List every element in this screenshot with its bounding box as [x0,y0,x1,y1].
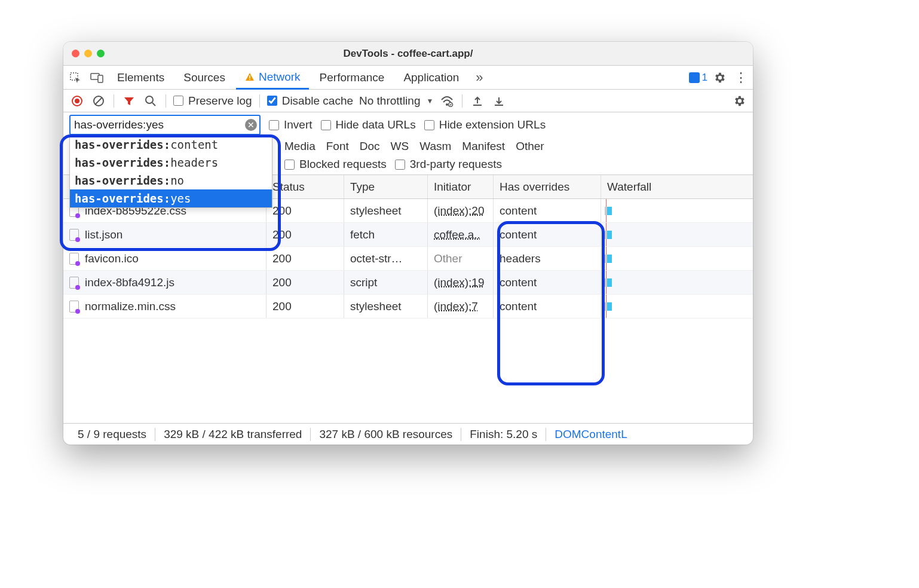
checkbox-label: Preserve log [188,94,252,108]
invert-checkbox[interactable]: Invert [269,118,313,131]
file-icon [69,253,79,265]
tab-elements[interactable]: Elements [109,66,173,89]
checkbox-label: Hide extension URLs [439,118,546,131]
filter-input[interactable] [69,115,261,135]
type-chip[interactable]: Media [284,140,315,153]
table-row[interactable]: list.json200fetchcoffee.a..content [63,223,753,247]
minimize-window-button[interactable] [84,50,92,57]
tab-application[interactable]: Application [395,66,467,89]
devtools-window: DevTools - coffee-cart.app/ Elements Sou… [63,42,753,445]
cell-initiator[interactable]: (index):7 [428,295,494,318]
tab-sources[interactable]: Sources [175,66,234,89]
third-party-checkbox[interactable]: 3rd-party requests [395,158,502,171]
checkbox-label: Blocked requests [299,158,387,171]
close-window-button[interactable] [72,50,79,57]
record-button[interactable] [69,93,85,109]
col-initiator[interactable]: Initiator [428,175,494,198]
type-chip[interactable]: Manifest [462,140,505,153]
download-har-icon[interactable] [491,93,507,109]
cell-waterfall [601,247,753,270]
clear-button[interactable] [91,93,106,109]
preserve-log-checkbox[interactable]: Preserve log [173,94,252,108]
hide-extension-urls-checkbox[interactable]: Hide extension URLs [424,118,546,131]
cell-has-overrides: content [494,223,601,246]
issues-badge[interactable]: 1 [689,72,707,84]
table-row[interactable]: index-8bfa4912.js200script(index):19cont… [63,271,753,295]
svg-line-10 [152,103,155,106]
status-bar: 5 / 9 requests 329 kB / 422 kB transferr… [63,423,753,445]
tab-label: Elements [117,71,164,84]
table-row[interactable]: favicon.ico200octet-str…Otherheaders [63,247,753,271]
cell-name: favicon.ico [63,247,266,270]
svg-point-6 [75,99,79,103]
cell-initiator[interactable]: (index):20 [428,199,494,222]
tab-network[interactable]: Network [236,66,309,90]
cell-waterfall [601,271,753,294]
type-chip[interactable]: Doc [360,140,380,153]
filter-section: ✕ has-overrides:has-overrides:contentcon… [63,112,753,175]
upload-har-icon[interactable] [470,93,485,109]
checkbox-input[interactable] [395,160,405,170]
checkbox-input[interactable] [267,96,277,106]
checkbox-input[interactable] [269,120,279,130]
titlebar: DevTools - coffee-cart.app/ [63,42,753,66]
network-conditions-icon[interactable] [439,93,455,109]
checkbox-label: Hide data URLs [336,118,416,131]
status-transferred: 329 kB / 422 kB transferred [155,428,311,441]
disable-cache-checkbox[interactable]: Disable cache [267,94,353,108]
checkbox-input[interactable] [173,96,183,106]
ac-item-selected[interactable]: has-overrides:yeshas-overrides:yes [70,189,272,207]
svg-point-11 [446,103,448,106]
more-tabs-icon[interactable]: » [470,68,489,87]
type-chip[interactable]: Other [516,140,544,153]
cell-status: 200 [266,223,344,246]
maximize-window-button[interactable] [97,50,105,57]
type-chip[interactable]: Wasm [419,140,451,153]
col-status[interactable]: Status [266,175,344,198]
svg-point-9 [146,96,153,103]
checkbox-label: Invert [284,118,313,131]
ac-item[interactable]: has-overrides:nohas-overrides:no [70,172,272,189]
status-finish: Finish: 5.20 s [461,428,546,441]
ac-item[interactable]: has-overrides:has-overrides:contentconte… [70,136,272,154]
status-requests: 5 / 9 requests [69,428,155,441]
status-resources: 327 kB / 600 kB resources [311,428,461,441]
hide-data-urls-checkbox[interactable]: Hide data URLs [321,118,416,131]
col-has-overrides[interactable]: Has overrides [494,175,601,198]
cell-type: octet-str… [344,247,428,270]
cell-name: list.json [63,223,266,246]
tab-label: Sources [183,71,225,84]
checkbox-input[interactable] [321,120,331,130]
checkbox-input[interactable] [424,120,434,130]
cell-has-overrides: headers [494,247,601,270]
filter-toggle-icon[interactable] [121,93,137,109]
throttling-select[interactable]: No throttling ▼ [359,94,433,108]
blocked-requests-checkbox[interactable]: Blocked requests [284,158,387,171]
ac-item[interactable]: has-overrides:headershas-overrides:heade… [70,154,272,172]
kebab-menu-icon[interactable]: ⋮ [731,68,750,87]
type-chip[interactable]: WS [391,140,409,153]
inspect-element-icon[interactable] [66,68,85,87]
cell-initiator[interactable]: (index):19 [428,271,494,294]
cell-name: index-8bfa4912.js [63,271,266,294]
checkbox-input[interactable] [284,160,295,170]
chevron-down-icon: ▼ [426,97,433,105]
network-settings-icon[interactable] [731,93,747,109]
col-waterfall[interactable]: Waterfall [601,175,753,198]
checkbox-label: Disable cache [282,94,353,108]
cell-type: script [344,271,428,294]
cell-has-overrides: content [494,199,601,222]
file-icon [69,301,79,313]
settings-icon[interactable] [710,68,729,87]
cell-initiator[interactable]: coffee.a.. [428,223,494,246]
device-toolbar-icon[interactable] [87,68,106,87]
type-chip[interactable]: Font [326,140,349,153]
search-icon[interactable] [143,93,158,109]
clear-filter-icon[interactable]: ✕ [245,119,257,131]
table-row[interactable]: normalize.min.css200stylesheet(index):7c… [63,295,753,318]
col-type[interactable]: Type [344,175,428,198]
tab-performance[interactable]: Performance [311,66,393,89]
checkbox-label: 3rd-party requests [410,158,502,171]
cell-initiator[interactable]: Other [428,247,494,270]
file-icon [69,229,79,241]
